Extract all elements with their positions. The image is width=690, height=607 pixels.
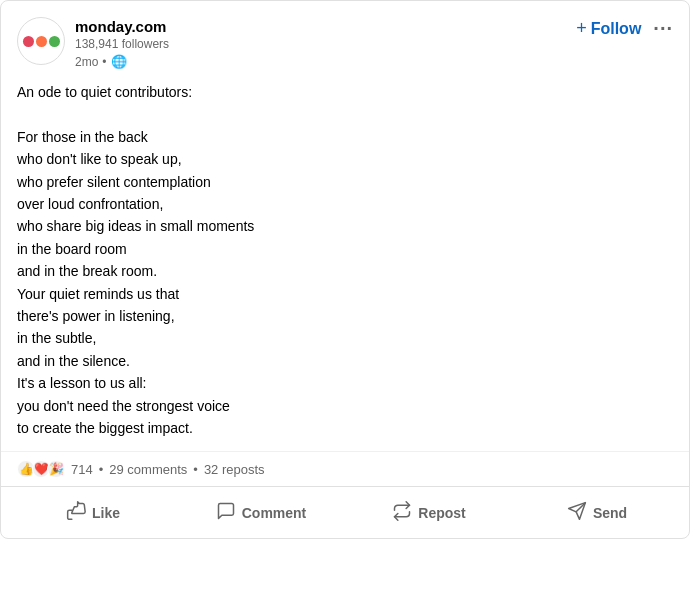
reaction-count[interactable]: 714	[71, 462, 93, 477]
reposts-count[interactable]: 32 reposts	[204, 462, 265, 477]
comment-button[interactable]: Comment	[177, 491, 345, 534]
follow-plus-icon: +	[576, 18, 587, 39]
post-card: monday.com 138,941 followers 2mo • 🌐 + F…	[0, 0, 690, 539]
company-profile: monday.com 138,941 followers 2mo • 🌐	[17, 17, 169, 69]
like-label: Like	[92, 505, 120, 521]
globe-icon: 🌐	[111, 54, 127, 69]
reaction-clap: 🎉	[47, 460, 65, 478]
logo-dot-red	[23, 36, 34, 47]
comments-separator: •	[193, 462, 198, 477]
repost-icon	[392, 501, 412, 524]
send-label: Send	[593, 505, 627, 521]
comment-svg	[216, 501, 236, 521]
company-name[interactable]: monday.com	[75, 17, 169, 37]
like-button[interactable]: Like	[9, 491, 177, 534]
like-icon	[66, 501, 86, 524]
more-button[interactable]: ···	[653, 17, 673, 40]
time-ago: 2mo	[75, 55, 98, 69]
company-info: monday.com 138,941 followers 2mo • 🌐	[75, 17, 169, 69]
reactions-separator: •	[99, 462, 104, 477]
action-bar: Like Comment Repost	[1, 486, 689, 538]
repost-svg	[392, 501, 412, 521]
repost-button[interactable]: Repost	[345, 491, 513, 534]
comment-label: Comment	[242, 505, 307, 521]
monday-logo	[23, 36, 60, 47]
comment-icon	[216, 501, 236, 524]
reaction-emojis: 👍 ❤️ 🎉	[17, 460, 65, 478]
post-meta: 2mo • 🌐	[75, 54, 169, 69]
follow-button[interactable]: + Follow	[576, 18, 641, 39]
repost-label: Repost	[418, 505, 465, 521]
comments-count[interactable]: 29 comments	[109, 462, 187, 477]
post-text: An ode to quiet contributors: For those …	[17, 81, 673, 439]
follow-label: Follow	[591, 20, 642, 38]
post-header: monday.com 138,941 followers 2mo • 🌐 + F…	[1, 1, 689, 77]
send-svg	[567, 501, 587, 521]
thumbs-up-svg	[66, 501, 86, 521]
meta-separator: •	[102, 55, 106, 69]
company-followers: 138,941 followers	[75, 37, 169, 53]
reactions-row: 👍 ❤️ 🎉 714 • 29 comments • 32 reposts	[1, 451, 689, 486]
logo-dot-green	[49, 36, 60, 47]
send-button[interactable]: Send	[513, 491, 681, 534]
send-icon	[567, 501, 587, 524]
post-content: An ode to quiet contributors: For those …	[1, 77, 689, 451]
avatar[interactable]	[17, 17, 65, 65]
logo-dot-orange	[36, 36, 47, 47]
header-actions: + Follow ···	[576, 17, 673, 40]
